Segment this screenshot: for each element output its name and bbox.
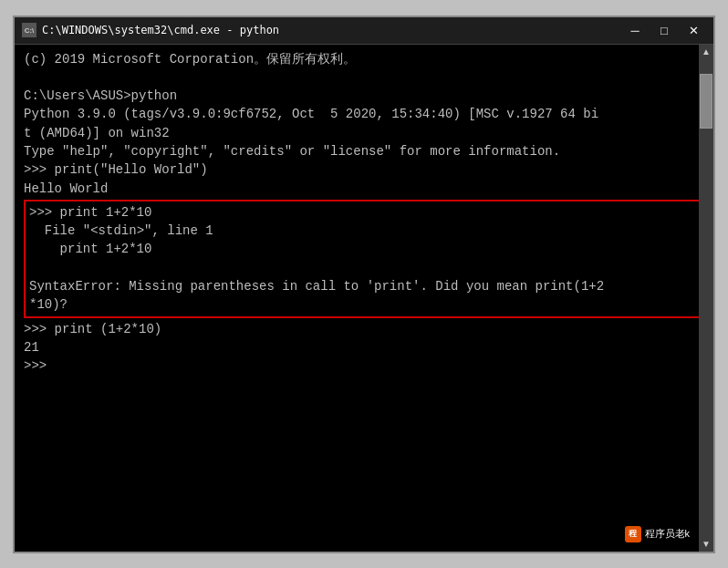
minimize-button[interactable]: ─ (622, 20, 648, 40)
window-title: C:\WINDOWS\system32\cmd.exe - python (42, 24, 279, 36)
line-prompt-python: C:\Users\ASUS>python (24, 87, 704, 105)
watermark: 程 程序员老k (619, 524, 696, 544)
scroll-up-arrow[interactable]: ▲ (699, 45, 713, 59)
line-type-help: Type "help", "copyright", "credits" or "… (24, 142, 704, 160)
scrollbar[interactable]: ▲ ▼ (699, 45, 713, 552)
close-button[interactable]: ✕ (681, 20, 706, 40)
error-line5: SyntaxError: Missing parentheses in call… (29, 277, 695, 295)
line-print-calc: >>> print (1+2*10) (24, 320, 704, 338)
window-controls: ─ □ ✕ (622, 20, 706, 40)
line-blank1 (24, 68, 704, 87)
watermark-text: 程序员老k (645, 527, 691, 541)
error-block: >>> print 1+2*10 File "<stdin>", line 1 … (24, 200, 701, 318)
line-hello-world: Hello World (24, 180, 704, 198)
error-line3: print 1+2*10 (29, 240, 695, 258)
error-line1: >>> print 1+2*10 (29, 203, 695, 222)
title-bar: C:\ C:\WINDOWS\system32\cmd.exe - python… (15, 17, 713, 45)
scroll-down-arrow[interactable]: ▼ (699, 537, 713, 552)
line-final-prompt: >>> (24, 356, 704, 375)
watermark-icon: 程 (625, 526, 641, 542)
line-print-hello: >>> print("Hello World") (24, 160, 704, 179)
terminal-content: (c) 2019 Microsoft Corporation。保留所有权利。 C… (15, 45, 713, 552)
cmd-window: C:\ C:\WINDOWS\system32\cmd.exe - python… (13, 15, 715, 553)
scrollbar-thumb[interactable] (700, 74, 712, 129)
line-copyright: (c) 2019 Microsoft Corporation。保留所有权利。 (24, 50, 704, 68)
window-icon: C:\ (22, 23, 36, 37)
error-blank (29, 259, 695, 277)
maximize-button[interactable]: □ (651, 20, 677, 40)
line-python-version2: t (AMD64)] on win32 (24, 124, 704, 142)
error-line6: *10)? (29, 295, 695, 314)
title-bar-left: C:\ C:\WINDOWS\system32\cmd.exe - python (22, 23, 279, 37)
error-line2: File "<stdin>", line 1 (29, 222, 695, 240)
line-python-version1: Python 3.9.0 (tags/v3.9.0:9cf6752, Oct 5… (24, 105, 704, 123)
line-result: 21 (24, 338, 704, 356)
